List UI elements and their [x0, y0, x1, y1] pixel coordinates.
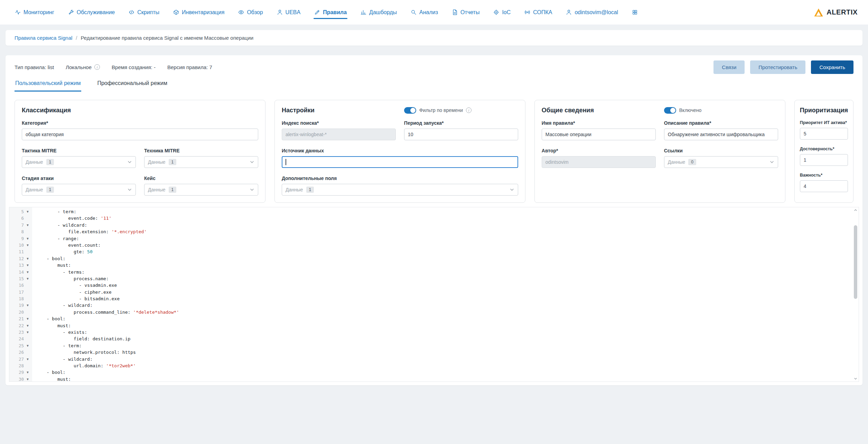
scroll-down-icon[interactable] — [854, 377, 857, 381]
gutter-line[interactable]: 30▾ — [9, 376, 32, 382]
code-line[interactable]: process.command_line: '*delete*shadow*' — [41, 309, 859, 315]
fold-arrow-icon[interactable]: ▾ — [24, 322, 31, 329]
nav-item-ioc[interactable]: IoC — [493, 0, 511, 25]
search-index-input[interactable] — [282, 129, 396, 140]
tab-user-mode[interactable]: Пользовательский режим — [15, 78, 81, 92]
code-line[interactable]: event.count: — [41, 242, 859, 248]
nav-item-reports[interactable]: Отчеты — [452, 0, 479, 25]
gutter-line[interactable]: 19▾ — [9, 302, 32, 309]
gutter-line[interactable]: 29▾ — [9, 369, 32, 376]
code-line[interactable]: gte: 50 — [41, 248, 859, 255]
gutter-line[interactable]: 12▾ — [9, 255, 32, 262]
fold-arrow-icon[interactable]: ▾ — [24, 356, 31, 362]
editor-scrollbar[interactable] — [853, 208, 858, 381]
rule-description-input[interactable] — [664, 129, 778, 140]
gutter-line[interactable]: 7▾ — [9, 222, 32, 228]
code-line[interactable]: - bitsadmin.exe — [41, 295, 859, 302]
attack-stage-select[interactable]: Данные 1 — [22, 184, 136, 196]
importance-input[interactable] — [800, 180, 848, 192]
links-select[interactable]: Данные 0 — [664, 156, 778, 168]
gutter-line[interactable]: 14▾ — [9, 269, 32, 275]
code-line[interactable]: - wildcard: — [41, 302, 859, 309]
fold-arrow-icon[interactable]: ▾ — [24, 315, 31, 322]
mitre-technique-select[interactable]: Данные 1 — [144, 156, 258, 168]
rule-name-input[interactable] — [542, 129, 656, 140]
code-line[interactable]: - cipher.exe — [41, 289, 859, 295]
fold-arrow-icon[interactable]: ▾ — [24, 369, 31, 376]
nav-item-inventory[interactable]: Инвентаризация — [173, 0, 224, 25]
fold-arrow-icon[interactable]: ▾ — [24, 275, 31, 282]
code-line[interactable]: - vssadmin.exe — [41, 282, 859, 289]
fold-arrow-icon[interactable]: ▾ — [24, 208, 31, 215]
nav-item-sopka[interactable]: СОПКА — [524, 0, 552, 25]
gutter-line[interactable]: 25▾ — [9, 342, 32, 349]
enabled-toggle[interactable] — [664, 107, 676, 114]
code-line[interactable]: field: destination.ip — [41, 336, 859, 342]
fold-arrow-icon[interactable]: ▾ — [24, 269, 31, 275]
gutter-line[interactable]: 10▾ — [9, 242, 32, 248]
nav-item-rules[interactable]: Правила — [314, 0, 347, 25]
fold-arrow-icon[interactable]: ▾ — [24, 342, 31, 349]
code-line[interactable]: - term: — [41, 208, 859, 215]
nav-item-overview[interactable]: Обзор — [238, 0, 263, 25]
nav-item-ueba[interactable]: UEBA — [277, 0, 301, 25]
fold-arrow-icon[interactable]: ▾ — [24, 376, 31, 382]
code-line[interactable]: - terms: — [41, 269, 859, 275]
author-input[interactable] — [542, 156, 656, 168]
scroll-up-icon[interactable] — [854, 208, 857, 212]
gutter-line[interactable]: 13▾ — [9, 262, 32, 268]
fold-arrow-icon[interactable]: ▾ — [24, 302, 31, 309]
run-period-input[interactable] — [404, 129, 518, 140]
code-line[interactable]: - range: — [41, 235, 859, 242]
asset-priority-input[interactable] — [800, 128, 848, 140]
editor-code[interactable]: - term: event.code: '11' - wildcard: fil… — [32, 207, 859, 381]
fold-arrow-icon[interactable]: ▾ — [24, 262, 31, 268]
code-line[interactable]: - term: — [41, 342, 859, 349]
gutter-line[interactable]: 9▾ — [9, 235, 32, 242]
code-line[interactable]: event.code: '11' — [41, 215, 859, 221]
code-line[interactable]: must: — [41, 376, 859, 381]
fold-arrow-icon[interactable]: ▾ — [24, 255, 31, 262]
nav-item-dashboards[interactable]: Дашборды — [361, 0, 397, 25]
gutter-line[interactable]: 15▾ — [9, 275, 32, 282]
save-button[interactable]: Сохранить — [811, 60, 853, 74]
test-button[interactable]: Протестировать — [750, 60, 805, 74]
data-source-input[interactable] — [282, 156, 518, 168]
gutter-line[interactable]: 5▾ — [9, 208, 32, 215]
tab-pro-mode[interactable]: Профессиональный режим — [96, 78, 168, 92]
scrollbar-thumb[interactable] — [854, 225, 857, 299]
extra-fields-select[interactable]: Данные 1 — [282, 184, 518, 196]
code-line[interactable]: url.domain: '*tor2web*' — [41, 362, 859, 369]
code-line[interactable]: must: — [41, 262, 859, 268]
fold-arrow-icon[interactable]: ▾ — [24, 242, 31, 248]
code-line[interactable]: - exists: — [41, 329, 859, 336]
gutter-line[interactable]: 22▾ — [9, 322, 32, 329]
gutter-line[interactable]: 21▾ — [9, 315, 32, 322]
nav-item-scripts[interactable]: Скрипты — [129, 0, 159, 25]
nav-item-user-account[interactable]: odintsovim@local — [566, 0, 618, 25]
code-line[interactable]: must: — [41, 322, 859, 329]
breadcrumb-parent-link[interactable]: Правила сервиса Signal — [15, 35, 72, 41]
code-line[interactable]: - bool: — [41, 315, 859, 322]
gutter-line[interactable]: 27▾ — [9, 356, 32, 362]
nav-item-monitoring[interactable]: Мониторинг — [15, 0, 54, 25]
code-line[interactable]: file.extension: '*.encrypted' — [41, 228, 859, 235]
fold-arrow-icon[interactable]: ▾ — [24, 222, 31, 228]
nav-item-maintenance[interactable]: Обслуживание — [68, 0, 115, 25]
category-input[interactable] — [22, 129, 258, 140]
code-line[interactable]: - bool: — [41, 369, 859, 376]
code-line[interactable]: - wildcard: — [41, 356, 859, 362]
fold-arrow-icon[interactable]: ▾ — [24, 329, 31, 336]
fold-arrow-icon[interactable]: ▾ — [24, 235, 31, 242]
apps-grid-button[interactable] — [632, 0, 638, 25]
case-select[interactable]: Данные 1 — [144, 184, 258, 196]
code-line[interactable]: network.protocol: https — [41, 349, 859, 356]
nav-item-analysis[interactable]: Анализ — [411, 0, 438, 25]
mitre-tactic-select[interactable]: Данные 1 — [22, 156, 136, 168]
code-line[interactable]: - bool: — [41, 255, 859, 262]
code-line[interactable]: - wildcard: — [41, 222, 859, 228]
code-line[interactable]: process.name: — [41, 275, 859, 282]
relations-button[interactable]: Связи — [713, 60, 745, 74]
time-filter-toggle[interactable] — [404, 107, 416, 114]
confidence-input[interactable] — [800, 154, 848, 166]
